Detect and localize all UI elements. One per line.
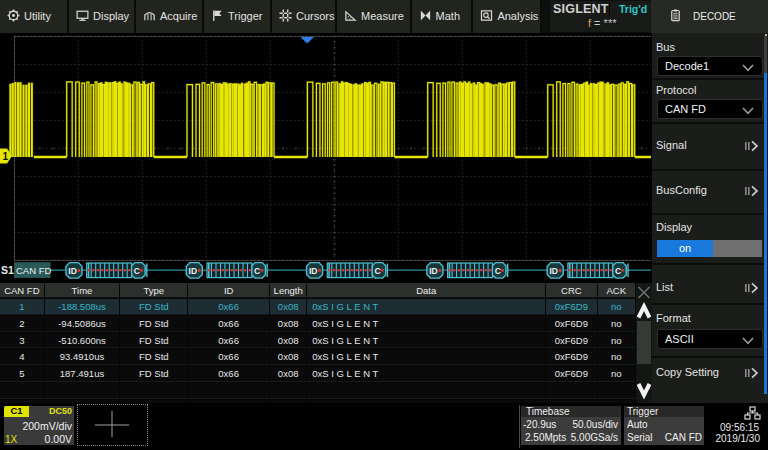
- svg-text:ID: ID: [309, 266, 318, 276]
- svg-text:ID: ID: [429, 266, 438, 276]
- svg-text:C: C: [254, 266, 260, 276]
- svg-text:C: C: [134, 266, 140, 276]
- svg-text:1: 1: [3, 151, 9, 162]
- svg-text:C: C: [374, 266, 380, 276]
- svg-text:S1: S1: [1, 264, 14, 276]
- svg-text:CAN FD: CAN FD: [16, 265, 52, 276]
- svg-text:ID: ID: [189, 266, 198, 276]
- svg-text:ID: ID: [68, 266, 77, 276]
- svg-text:ID: ID: [550, 266, 559, 276]
- svg-text:C: C: [615, 266, 621, 276]
- svg-text:C: C: [495, 266, 501, 276]
